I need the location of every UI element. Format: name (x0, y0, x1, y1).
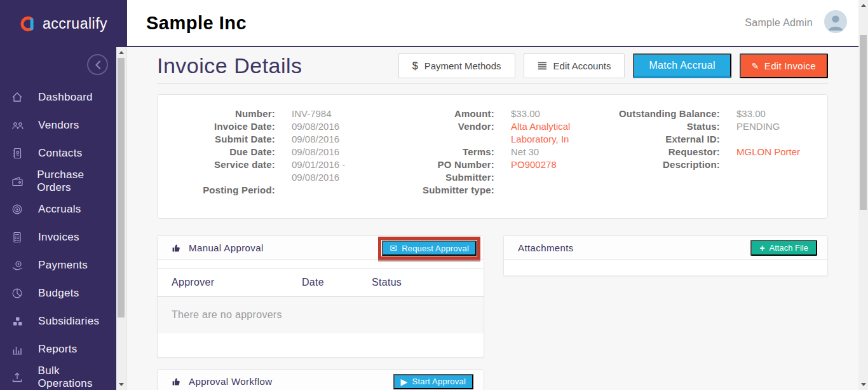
sidebar-item-label: Reports (38, 343, 78, 356)
list-icon (538, 62, 547, 70)
sidebar-item-label: Budgets (38, 287, 79, 300)
sidebar-item-label: Vendors (38, 119, 79, 132)
invoice-field-label: Requestor: (618, 146, 720, 158)
start-approval-label: Start Approval (412, 377, 466, 386)
sidebar-item-label: Purchase Orders (37, 169, 116, 194)
thumbs-up-icon (172, 377, 182, 387)
approval-workflow-panel: Approval Workflow ▶ Start Approval (157, 369, 484, 390)
invoice-field-row: External ID: (618, 133, 815, 146)
invoice-field-value: 09/08/2016 (292, 120, 368, 133)
invoice-field-label: Vendor: (412, 120, 494, 146)
bulk-operations-icon (11, 371, 30, 384)
brand-logo[interactable]: accrualify (0, 0, 127, 47)
scroll-down-icon[interactable] (119, 383, 124, 386)
sidebar-item-bulk-operations[interactable]: Bulk Operations (0, 363, 116, 390)
sidebar: DashboardVendorsContactsPurchase OrdersA… (0, 47, 116, 390)
sidebar-collapse-button[interactable] (87, 54, 108, 75)
sidebar-item-dashboard[interactable]: Dashboard (0, 83, 116, 111)
scroll-up-icon[interactable] (119, 51, 124, 54)
payment-methods-button[interactable]: $ Payment Methods (398, 53, 515, 78)
thumbs-up-icon (172, 243, 182, 253)
approval-workflow-title: Approval Workflow (189, 376, 273, 387)
sidebar-scrollbar[interactable] (116, 47, 126, 390)
invoices-icon (11, 231, 30, 244)
invoice-field-value: $33.00 (511, 108, 590, 120)
manual-approval-title: Manual Approval (189, 242, 264, 253)
attachments-title: Attachments (518, 242, 574, 253)
column-header-status: Status (372, 277, 402, 288)
purchase-orders-icon (11, 176, 29, 187)
sidebar-item-reports[interactable]: Reports (0, 335, 116, 363)
invoice-field-row: Due Date:09/08/2016 (170, 146, 412, 158)
avatar[interactable] (824, 10, 847, 36)
invoice-field-row: Posting Period: (170, 184, 412, 197)
sidebar-item-vendors[interactable]: Vendors (0, 111, 116, 139)
sidebar-item-purchase-orders[interactable]: Purchase Orders (0, 167, 116, 195)
dollar-icon: $ (412, 60, 418, 72)
column-header-approver: Approver (172, 277, 302, 288)
edit-icon: ✎ (752, 62, 759, 71)
page-header: Invoice Details $ Payment Methods Edit A… (157, 47, 828, 84)
match-accrual-button[interactable]: Match Accrual (633, 53, 731, 78)
payments-icon (11, 260, 30, 272)
sidebar-item-subsidiaries[interactable]: Subsidiaries (0, 307, 116, 335)
invoice-field-row: Submit Date:09/08/2016 (170, 133, 412, 146)
invoice-field-label: Posting Period: (170, 184, 275, 197)
invoice-field-value-link[interactable]: PO900278 (511, 158, 590, 171)
sidebar-item-label: Accruals (38, 203, 81, 216)
start-approval-button[interactable]: ▶ Start Approval (393, 374, 473, 389)
panels-row: Manual Approval ✉ Request Approval Appro… (157, 235, 828, 358)
invoice-field-row: PO Number:PO900278 (412, 158, 618, 171)
invoice-field-row: Service date:09/01/2016 - 09/08/2016 (170, 158, 412, 184)
sidebar-item-label: Contacts (38, 147, 83, 160)
attach-file-button[interactable]: + Attach File (750, 240, 817, 256)
match-accrual-label: Match Accrual (649, 60, 715, 71)
home-icon (11, 91, 30, 104)
sidebar-scrollbar-thumb[interactable] (118, 58, 125, 317)
attach-file-label: Attach File (770, 243, 808, 253)
invoice-field-value-link[interactable]: MGLON Porter (736, 146, 800, 158)
sidebar-item-accruals[interactable]: Accruals (0, 195, 116, 223)
annotation-highlight-box: ✉ Request Approval (378, 237, 480, 260)
attachments-body (504, 260, 827, 275)
edit-invoice-button[interactable]: ✎ Edit Invoice (740, 53, 828, 78)
edit-invoice-label: Edit Invoice (764, 60, 816, 71)
avatar-icon (824, 10, 847, 33)
window-scrollbar[interactable] (858, 0, 868, 390)
manual-approval-panel: Manual Approval ✉ Request Approval Appro… (157, 235, 484, 358)
invoice-field-label: Submitter type: (412, 184, 494, 197)
invoice-field-value (511, 171, 590, 184)
user-name[interactable]: Sample Admin (745, 17, 813, 29)
edit-accounts-button[interactable]: Edit Accounts (524, 53, 625, 78)
invoice-field-row: Amount:$33.00 (412, 108, 618, 120)
invoice-field-value: INV-7984 (292, 108, 368, 120)
invoice-field-value-link[interactable]: Alta Analytical Laboratory, In (511, 120, 590, 146)
sidebar-item-invoices[interactable]: Invoices (0, 223, 116, 251)
sidebar-item-payments[interactable]: Payments (0, 251, 116, 279)
brand-name: accrualify (43, 15, 107, 32)
invoice-field-value: 09/08/2016 (292, 133, 368, 146)
invoice-field-value: Net 30 (511, 146, 590, 158)
invoice-field-label: Service date: (170, 158, 275, 184)
invoice-field-label: Invoice Date: (170, 120, 275, 133)
invoice-field-label: Number: (170, 108, 275, 120)
invoice-field-row: Status:PENDING (618, 120, 815, 133)
scroll-down-icon[interactable] (861, 383, 866, 386)
scroll-up-icon[interactable] (861, 4, 866, 7)
sidebar-item-contacts[interactable]: Contacts (0, 139, 116, 167)
plus-icon: + (759, 243, 764, 253)
request-approval-button[interactable]: ✉ Request Approval (382, 240, 477, 256)
company-title: Sample Inc (146, 13, 247, 34)
invoice-field-row: Number:INV-7984 (170, 108, 412, 120)
sidebar-item-label: Invoices (38, 231, 79, 244)
no-approvers-message: There are no approvers (158, 296, 484, 333)
application-window: accrualify Sample Inc Sample Admin Dashb… (0, 0, 868, 390)
invoice-field-label: Terms: (412, 146, 494, 158)
invoice-field-value: 09/08/2016 (292, 146, 368, 158)
window-scrollbar-thumb[interactable] (860, 35, 867, 210)
sidebar-item-label: Subsidiaries (38, 315, 99, 328)
sidebar-item-budgets[interactable]: Budgets (0, 279, 116, 307)
table-bottom-space (158, 333, 484, 357)
invoice-field-value: $33.00 (736, 108, 766, 120)
main-content: Invoice Details $ Payment Methods Edit A… (126, 47, 858, 390)
